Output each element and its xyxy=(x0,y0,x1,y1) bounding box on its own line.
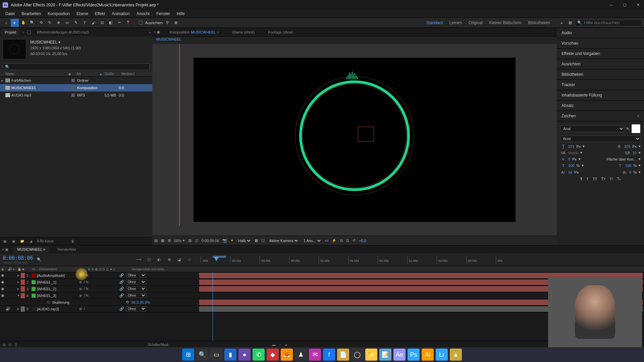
taskbar-app5[interactable]: 📄 xyxy=(337,349,349,361)
menu-datei[interactable]: Datei xyxy=(2,11,18,17)
snap-checkbox[interactable] xyxy=(137,19,145,27)
taskbar-ai[interactable]: Ai xyxy=(422,349,434,361)
stroke-value[interactable]: 0 xyxy=(568,157,570,161)
snapshot-icon[interactable]: 📷 xyxy=(222,238,227,243)
layer-row-3[interactable]: ◉▸3[WHEEL_2]⊛/fx🔗Ohne xyxy=(0,286,198,292)
eyedropper-icon[interactable]: ✎ xyxy=(626,127,629,131)
taskbar-search[interactable]: 🔍 xyxy=(196,349,208,361)
anchor-tool[interactable]: ⊕ xyxy=(54,19,62,27)
panel-more-icon[interactable]: » xyxy=(149,30,151,34)
workspace-standard[interactable]: Standard xyxy=(426,20,443,25)
chevron-down-icon[interactable]: ▾ xyxy=(58,40,60,45)
home-icon[interactable]: ⌂ xyxy=(2,19,10,27)
workspace-original[interactable]: Original xyxy=(469,20,482,25)
adjustment-icon[interactable]: ◢ xyxy=(28,239,34,244)
workspace-panel-icon[interactable]: ▥ xyxy=(566,19,574,27)
vscale-value[interactable]: 100 xyxy=(568,164,574,168)
leading-value[interactable]: 325 xyxy=(624,144,630,148)
clone-tool[interactable]: ⊡ xyxy=(98,19,106,27)
col-name[interactable]: Name xyxy=(1,72,68,76)
views-dropdown[interactable]: 1 Ans... xyxy=(302,238,322,243)
panel-effekte-und-vorgaben[interactable]: Effekte und Vorgaben xyxy=(557,49,644,59)
brush-tool[interactable]: 🖌 xyxy=(89,19,97,27)
shy-icon[interactable]: ⟿ xyxy=(136,256,142,263)
layer-property-scale[interactable]: ⊙Skalierung⟲95,0,95,0% xyxy=(0,299,198,306)
new-folder-icon[interactable]: 📁 xyxy=(19,239,25,244)
taskbar-app4[interactable]: ♟ xyxy=(295,349,307,361)
mask-icon[interactable]: ▤ xyxy=(154,238,158,243)
zoom-out-icon[interactable]: ▬ xyxy=(272,343,276,347)
markers-icon[interactable]: ◇ xyxy=(186,256,193,263)
layer-row-2[interactable]: ◉▸2[WHEEL_1]⊛/fx🔗Ohne xyxy=(0,279,198,286)
hscale-value[interactable]: 100 xyxy=(625,164,631,168)
panel-bibliotheken[interactable]: Bibliotheken xyxy=(557,69,644,80)
draft-3d-icon[interactable]: ◪ xyxy=(176,256,182,263)
taskbar-messenger[interactable]: ✉ xyxy=(309,349,321,361)
rotate-tool[interactable]: ↻ xyxy=(46,19,54,27)
project-item-musicwheel[interactable]: MUSICWHEELKomposition0:0 xyxy=(0,84,152,92)
taskbar-explorer[interactable]: 📁 xyxy=(365,349,377,361)
fill-over-stroke-dropdown[interactable]: Fläche über Kon... xyxy=(606,157,637,161)
taskbar-firefox[interactable]: 🦊 xyxy=(281,349,293,361)
taskbar-app3[interactable]: ◆ xyxy=(267,349,279,361)
panel-tracker[interactable]: Tracker xyxy=(557,80,644,90)
eraser-tool[interactable]: ◧ xyxy=(107,19,115,27)
exposure-value[interactable]: +0,0 xyxy=(359,239,366,243)
menu-ansicht[interactable]: Ansicht xyxy=(133,11,153,17)
time-ruler[interactable]: :00s00:15s00:30s00:45s01:00s01:15s01:30s… xyxy=(201,256,641,264)
taskbar-start[interactable]: ⊞ xyxy=(182,349,194,361)
text-tool[interactable]: T xyxy=(80,19,89,27)
camera-dropdown[interactable]: Aktive Kamera xyxy=(268,238,299,243)
italic-icon[interactable]: T xyxy=(586,177,589,181)
trash-icon[interactable]: 🗑 xyxy=(70,239,75,244)
bold-icon[interactable]: T xyxy=(580,177,583,181)
shape-tool[interactable]: ▭ xyxy=(63,19,71,27)
selection-tool[interactable]: ▸ xyxy=(11,19,19,27)
current-timecode[interactable]: 0:00:08:06 xyxy=(3,255,33,261)
panel-vorschau[interactable]: Vorschau xyxy=(557,38,644,49)
roto-tool[interactable]: ✂ xyxy=(115,19,123,27)
transparency-icon[interactable]: ▦ xyxy=(255,238,258,243)
fast-preview-icon[interactable]: ⚡ xyxy=(332,238,336,243)
col-label-icon[interactable]: ◆ xyxy=(68,72,76,76)
playhead-line[interactable] xyxy=(213,272,213,341)
new-comp-icon[interactable]: ▣ xyxy=(11,239,16,244)
frame-blend-icon[interactable]: ◫ xyxy=(146,256,152,263)
motion-blur-icon[interactable]: ◐ xyxy=(156,256,162,263)
workspace-lernen[interactable]: Lernen xyxy=(449,20,462,25)
viewer-timecode[interactable]: 0:00:08:06 xyxy=(202,239,219,243)
tsume-value[interactable]: 0 xyxy=(629,170,631,174)
baseline-value[interactable]: 34 xyxy=(568,170,572,174)
col-type[interactable]: Art xyxy=(76,72,100,76)
safe-zones-icon[interactable]: ▥ xyxy=(188,238,192,243)
color-icon[interactable]: ✦ xyxy=(230,238,233,243)
taskbar-ae[interactable]: Ae xyxy=(393,349,406,361)
project-item-farbfl-chen[interactable]: ▸FarbflächenOrdner xyxy=(0,77,152,84)
layer-row-4[interactable]: ◉▾4[WHEEL_3]⊛/fx🔗Ohne xyxy=(0,292,198,299)
3d-icon[interactable]: ◫ xyxy=(261,238,265,243)
tab-render-queue[interactable]: Renderliste xyxy=(54,246,79,253)
close-button[interactable]: ✕ xyxy=(635,2,641,8)
zoom-dropdown[interactable]: 50% ▾ xyxy=(174,238,185,243)
flowchart-icon[interactable]: ⊡ xyxy=(346,238,349,243)
interpret-icon[interactable]: ▦ xyxy=(2,239,7,244)
zoom-in-icon[interactable]: ▲ xyxy=(284,343,288,347)
solo-checkbox[interactable] xyxy=(27,31,31,34)
tab-project[interactable]: Projekt xyxy=(1,29,19,36)
fill-color-swatch[interactable] xyxy=(631,124,641,133)
roi-icon[interactable]: ▦ xyxy=(161,238,164,243)
menu-komposition[interactable]: Komposition xyxy=(44,11,73,17)
toggle-modes-icon[interactable]: ⊡ xyxy=(9,343,11,347)
resolution-dropdown[interactable]: Halb xyxy=(237,238,251,243)
snap-layout-icon[interactable]: ⊞ xyxy=(172,19,180,27)
project-item-audio-mp3[interactable]: AUDIO.mp3MP35,5 MB0:0 xyxy=(0,92,152,99)
tracking-value[interactable]: 10 xyxy=(633,151,637,155)
taskbar-notepad[interactable]: 📝 xyxy=(379,349,391,361)
graph-editor-icon[interactable]: ⊞ xyxy=(166,256,172,263)
subscript-icon[interactable]: T₁ xyxy=(617,177,621,181)
help-search-input[interactable] xyxy=(584,20,640,25)
panel-inhaltsbasierte-füllung[interactable]: Inhaltsbasierte Füllung xyxy=(557,90,644,101)
zoom-slider[interactable]: ○ xyxy=(279,343,281,347)
reset-icon[interactable]: ↺ xyxy=(353,238,356,243)
timeline-search-icon[interactable]: 🔍 xyxy=(37,257,42,262)
